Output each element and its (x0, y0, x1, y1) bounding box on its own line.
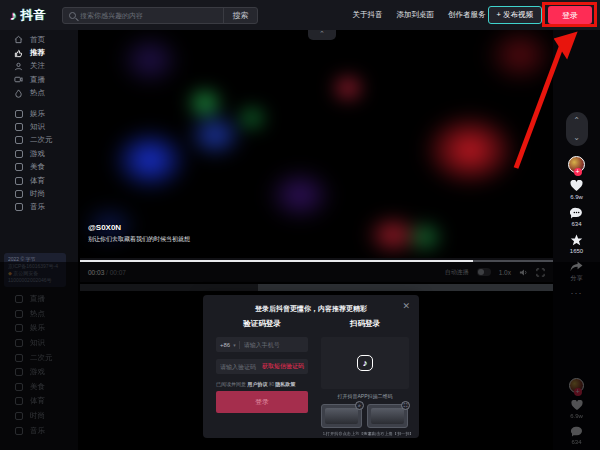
link-add-to-desktop[interactable]: 添加到桌面 (397, 10, 435, 20)
entertainment-icon (14, 109, 23, 118)
qr-step-1: ⌕ 1.打开抖音点击上方【搜索】 (321, 404, 362, 436)
link-about-douyin[interactable]: 关于抖音 (353, 10, 383, 20)
food-icon (14, 163, 23, 172)
logo-text: 抖音 (21, 7, 47, 24)
qr-hint-text: 打开抖音APP扫描二维码 (321, 393, 409, 399)
agreement-text: 已阅读并同意 用户协议 和 隐私政策 (216, 381, 308, 387)
thumb-up-icon (14, 49, 23, 58)
video-author[interactable]: @S0X0N (88, 223, 190, 232)
search-input[interactable] (80, 12, 223, 19)
like-count: 6.9w (570, 194, 583, 200)
phone-input[interactable] (244, 342, 304, 348)
video-meta: @S0X0N 别让你们去取藏着我们的时候当初就想 (88, 223, 190, 244)
modal-login-button[interactable]: 登录 (216, 391, 308, 413)
magnifier-icon (69, 12, 76, 19)
video-player[interactable]: ⌃ @S0X0N 别让你们去取藏着我们的时候当初就想 (80, 30, 553, 258)
header-links: 关于抖音 添加到桌面 创作者服务 (353, 10, 486, 20)
login-modal: 登录后抖音更懂你，内容推荐更精彩 ✕ 验证码登录 +86 ▾ 获取短信验证码 已… (203, 295, 419, 438)
sidebar-item-label: 知识 (30, 122, 45, 132)
code-login-heading: 验证码登录 (216, 319, 308, 329)
close-icon[interactable]: ✕ (402, 301, 410, 311)
like-button[interactable]: 6.9w (570, 180, 583, 200)
sidebar-item-label: 推荐 (30, 48, 45, 58)
heart-icon (570, 180, 583, 192)
music-icon (14, 203, 23, 212)
search-bar[interactable]: 搜索 (62, 7, 258, 24)
search-button[interactable]: 搜索 (223, 8, 257, 23)
sidebar-item-live[interactable]: 直播 (0, 73, 78, 86)
sidebar-item-sports[interactable]: 体育 (0, 174, 78, 187)
sports-icon (14, 176, 23, 185)
person-icon (14, 62, 23, 71)
magnifier-icon: ⌕ (355, 401, 364, 410)
sidebar-item-label: 体育 (30, 176, 45, 186)
comment-button[interactable]: 634 (570, 207, 583, 227)
step1-caption: 1.打开抖音点击上方【搜索】 (323, 431, 361, 436)
douyin-note-icon: ♪ (357, 355, 373, 371)
chevron-down-icon: ▾ (233, 342, 236, 348)
star-icon (570, 234, 583, 246)
home-icon (14, 35, 23, 44)
code-login-section: 验证码登录 +86 ▾ 获取短信验证码 已阅读并同意 用户协议 和 隐私政策 登… (216, 319, 308, 413)
qr-code-area: ♪ (321, 337, 409, 389)
follow-button[interactable]: + (574, 168, 582, 176)
sidebar-item-label: 热点 (30, 88, 45, 98)
sidebar-item-food[interactable]: 美食 (0, 161, 78, 174)
sidebar-item-follow[interactable]: 关注 (0, 60, 78, 73)
login-modal-title: 登录后抖音更懂你，内容推荐更精彩 (203, 304, 419, 314)
video-caption: 别让你们去取藏着我们的时候当初就想 (88, 235, 190, 244)
douyin-logo[interactable]: ♪ 抖音 (0, 7, 62, 24)
user-agreement-link[interactable]: 用户协议 (247, 381, 267, 387)
privacy-policy-link[interactable]: 隐私政策 (275, 381, 295, 387)
sidebar-item-label: 关注 (30, 61, 45, 71)
top-header: ♪ 抖音 搜索 关于抖音 添加到桌面 创作者服务 + 发布视频 登录 (0, 0, 600, 30)
music-note-icon: ♪ (10, 8, 17, 23)
douyin-page: ♪ 抖音 搜索 关于抖音 添加到桌面 创作者服务 + 发布视频 登录 首页 推荐 (0, 0, 600, 450)
player-collapse-button[interactable]: ⌃ (308, 30, 336, 40)
step2-phone-image: ⛶ (367, 404, 408, 428)
link-creator-services[interactable]: 创作者服务 (448, 10, 486, 20)
code-input-group[interactable]: 获取短信验证码 (216, 359, 308, 374)
sidebar-item-game[interactable]: 游戏 (0, 147, 78, 160)
sidebar-item-label: 美食 (30, 162, 45, 172)
step2-caption: 2.点击右上角【扫一扫】 (369, 431, 407, 436)
comment-bubble-icon (570, 207, 583, 219)
fire-icon (14, 89, 23, 98)
sidebar-item-entertainment[interactable]: 娱乐 (0, 107, 78, 120)
knowledge-icon (14, 123, 23, 132)
author-avatar[interactable]: + (568, 156, 585, 173)
login-button[interactable]: 登录 (548, 6, 592, 24)
sidebar-item-label: 娱乐 (30, 109, 45, 119)
sidebar-item-recommend[interactable]: 推荐 (0, 46, 78, 59)
sidebar-item-label: 直播 (30, 75, 45, 85)
sidebar-item-fashion[interactable]: 时尚 (0, 187, 78, 200)
sidebar-item-music[interactable]: 音乐 (0, 201, 78, 214)
favorite-button[interactable]: 1650 (570, 234, 583, 254)
anime-icon (14, 136, 23, 145)
video-nav-capsule: ⌃ ⌄ (566, 112, 588, 146)
verification-code-input[interactable] (220, 364, 262, 370)
step1-phone-image: ⌕ (321, 404, 362, 428)
next-video-button[interactable]: ⌄ (573, 134, 580, 142)
phone-input-group[interactable]: +86 ▾ (216, 337, 308, 352)
sidebar-item-label: 音乐 (30, 202, 45, 212)
qr-login-section: 扫码登录 ♪ 打开抖音APP扫描二维码 ⌕ 1.打开抖音点击上方【搜索】 ⛶ (321, 319, 409, 436)
sidebar-item-label: 时尚 (30, 189, 45, 199)
sidebar-item-label: 游戏 (30, 149, 45, 159)
sidebar-item-label: 首页 (30, 35, 45, 45)
qr-login-heading: 扫码登录 (321, 319, 409, 329)
get-sms-code-button[interactable]: 获取短信验证码 (262, 362, 304, 371)
game-icon (14, 149, 23, 158)
sidebar-item-anime[interactable]: 二次元 (0, 134, 78, 147)
live-camera-icon (14, 75, 23, 84)
prev-video-button[interactable]: ⌃ (573, 117, 580, 125)
sidebar-item-hot[interactable]: 热点 (0, 87, 78, 100)
comment-count: 634 (571, 221, 581, 227)
sidebar-item-label: 二次元 (30, 135, 53, 145)
favorite-count: 1650 (570, 248, 583, 254)
sidebar-item-knowledge[interactable]: 知识 (0, 120, 78, 133)
publish-video-button[interactable]: + 发布视频 (488, 6, 542, 24)
sidebar-item-home[interactable]: 首页 (0, 33, 78, 46)
country-code-select[interactable]: +86 (220, 342, 230, 348)
fashion-icon (14, 189, 23, 198)
